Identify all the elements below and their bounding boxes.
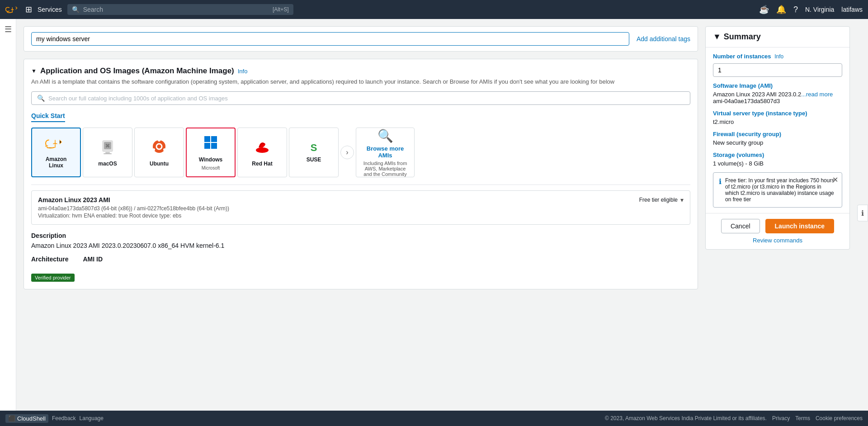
global-search-box[interactable]: 🔍 [Alt+S] <box>67 4 293 15</box>
search-input[interactable] <box>83 6 269 13</box>
ami-detail-card: Amazon Linux 2023 AMI ami-04a0ae173da580… <box>31 190 690 225</box>
cloudshell-icon: ⬛ <box>8 415 15 422</box>
arch-ami-row: Architecture AMI ID <box>31 256 690 272</box>
free-tier-close-button[interactable]: ✕ <box>832 175 838 184</box>
ami-info-link[interactable]: Info <box>238 68 248 75</box>
summary-body: Number of instances Info Software Image … <box>706 47 849 213</box>
suse-logo: S <box>311 142 317 154</box>
content-area: Add additional tags ▼ Application and OS… <box>16 19 705 411</box>
terms-link[interactable]: Terms <box>795 415 810 421</box>
free-tier-notice: ℹ Free tier: In your first year includes… <box>713 172 842 208</box>
bottom-bar-right: © 2023, Amazon Web Services India Privat… <box>605 415 863 421</box>
software-image-value: Amazon Linux 2023 AMI 2023.0.2...read mo… <box>713 91 842 98</box>
ami-grid-next-button[interactable]: › <box>340 146 354 159</box>
review-commands-link[interactable]: Review commands <box>753 237 802 244</box>
svg-rect-3 <box>104 153 112 154</box>
chevron-down-icon[interactable]: ▾ <box>680 196 684 204</box>
cloudshell-button[interactable]: ⬛ CloudShell <box>5 414 48 423</box>
privacy-link[interactable]: Privacy <box>772 415 790 421</box>
ami-item-ubuntu[interactable]: Ubuntu <box>134 128 184 177</box>
verified-provider-row: Verified provider <box>31 274 690 282</box>
svg-point-5 <box>153 140 165 153</box>
ubuntu-label: Ubuntu <box>150 161 169 167</box>
server-type-label[interactable]: Virtual server type (instance type) <box>713 110 842 117</box>
ami-detail-left: Amazon Linux 2023 AMI ami-04a0ae173da580… <box>38 196 229 219</box>
windows-sublabel: Microsoft <box>202 166 220 170</box>
free-tier-info-icon: ℹ <box>719 177 722 186</box>
collapse-arrow[interactable]: ▼ <box>31 68 37 74</box>
ami-search-bar[interactable]: 🔍 <box>31 91 690 105</box>
cloud-icon[interactable]: ☕ <box>759 5 769 14</box>
help-icon[interactable]: ? <box>793 5 798 14</box>
ami-section-desc: An AMI is a template that contains the s… <box>31 78 690 85</box>
ami-search-icon: 🔍 <box>37 95 45 102</box>
bottom-bar-left: ⬛ CloudShell Feedback Language <box>5 414 104 423</box>
cookie-link[interactable]: Cookie preferences <box>816 415 863 421</box>
svg-text:⌘: ⌘ <box>105 143 110 148</box>
ami-id-label: AMI ID <box>83 256 103 263</box>
nav-right-area: ☕ 🔔 ? N. Virginia latifaws <box>759 5 863 14</box>
svg-point-7 <box>158 139 160 142</box>
read-more-link[interactable]: ...read more <box>801 91 833 98</box>
svg-point-8 <box>163 148 166 151</box>
bell-icon[interactable]: 🔔 <box>776 5 786 14</box>
storage-field: Storage (volumes) 1 volume(s) - 8 GiB <box>713 151 842 167</box>
search-icon: 🔍 <box>72 6 80 13</box>
sidebar-toggle[interactable]: ☰ <box>0 19 16 411</box>
summary-title: Summary <box>724 32 761 42</box>
services-nav[interactable]: Services <box>38 6 62 13</box>
ami-item-windows[interactable]: Windows Microsoft <box>186 128 236 177</box>
ami-item-macos[interactable]: ⌘ macOS <box>83 128 132 177</box>
description-label: Description <box>31 232 690 239</box>
launch-instance-button[interactable]: Launch instance <box>765 219 834 233</box>
browse-more-amis[interactable]: 🔍 Browse more AMIs Including AMIs from A… <box>356 128 415 177</box>
instances-info-button[interactable]: Info <box>774 53 783 60</box>
language-link[interactable]: Language <box>80 415 104 421</box>
browse-search-icon: 🔍 <box>377 128 393 143</box>
firewall-label[interactable]: Firewall (security group) <box>713 131 842 137</box>
ami-item-suse[interactable]: S SUSE <box>289 128 339 177</box>
instances-label: Number of instances Info <box>713 53 842 60</box>
svg-rect-13 <box>211 143 217 149</box>
cancel-button[interactable]: Cancel <box>721 219 760 233</box>
aws-logo[interactable] <box>5 2 20 17</box>
software-image-field: Software Image (AMI) Amazon Linux 2023 A… <box>713 82 842 104</box>
ami-id-row: AMI ID <box>83 256 103 265</box>
actions-row: Cancel Launch instance <box>721 219 834 233</box>
main-wrapper: ☰ Add additional tags ▼ Application and … <box>0 19 868 411</box>
ami-item-redhat[interactable]: Red Hat <box>237 128 287 177</box>
svg-point-14 <box>256 147 269 153</box>
instance-name-input[interactable] <box>31 32 629 46</box>
add-tags-link[interactable]: Add additional tags <box>637 35 690 43</box>
free-tier-text: Free tier eligible <box>639 197 678 203</box>
storage-label[interactable]: Storage (volumes) <box>713 151 842 158</box>
ami-search-input[interactable] <box>48 95 684 102</box>
redhat-label: Red Hat <box>252 161 272 167</box>
top-navigation: ⊞ Services 🔍 [Alt+S] ☕ 🔔 ? N. Virginia l… <box>0 0 868 19</box>
summary-collapse-arrow[interactable]: ▼ <box>713 32 721 42</box>
firewall-value: New security group <box>713 139 842 146</box>
ami-item-amazon-linux[interactable]: AmazonLinux <box>31 128 81 177</box>
quickstart-tab[interactable]: Quick Start <box>31 112 65 122</box>
amazon-linux-logo <box>45 137 67 153</box>
server-type-field: Virtual server type (instance type) t2.m… <box>713 110 842 125</box>
description-value: Amazon Linux 2023 AMI 2023.0.20230607.0 … <box>31 242 690 249</box>
free-tier-notice-text: Free tier: In your first year includes 7… <box>725 177 836 203</box>
macos-logo: ⌘ <box>99 138 116 158</box>
grid-icon[interactable]: ⊞ <box>25 5 32 14</box>
hamburger-icon[interactable]: ☰ <box>5 24 12 411</box>
ami-section: ▼ Application and OS Images (Amazon Mach… <box>24 59 698 289</box>
browse-more-sub: Including AMIs from AWS, Marketplace and… <box>360 161 410 177</box>
user-menu[interactable]: latifaws <box>841 6 863 13</box>
verified-provider-badge[interactable]: Verified provider <box>31 274 75 282</box>
ami-detail-meta: Virtualization: hvm ENA enabled: true Ro… <box>38 213 229 219</box>
feedback-link[interactable]: Feedback <box>52 415 76 421</box>
summary-header: ▼ Summary <box>706 27 849 47</box>
page-info-button[interactable]: ℹ <box>857 205 868 222</box>
instances-count-input[interactable] <box>713 63 842 77</box>
ami-detail-ids: ami-04a0ae173da5807d3 (64-bit (x86)) / a… <box>38 205 229 212</box>
section-header: ▼ Application and OS Images (Amazon Mach… <box>31 66 690 76</box>
software-image-label[interactable]: Software Image (AMI) <box>713 82 842 89</box>
region-selector[interactable]: N. Virginia <box>805 6 834 13</box>
windows-logo <box>203 134 219 154</box>
